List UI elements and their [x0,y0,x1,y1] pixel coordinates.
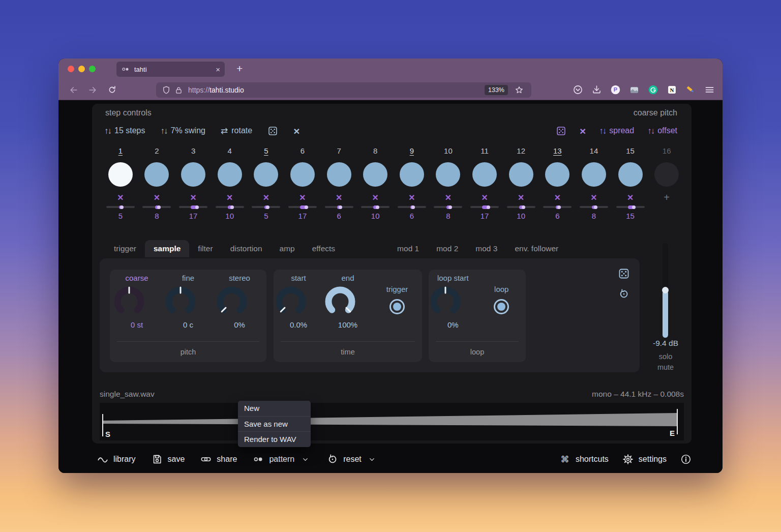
step-pitch-slider[interactable] [325,206,353,208]
step-pitch-handle[interactable] [522,205,525,209]
tab-env-follower[interactable]: env. follower [506,240,567,257]
forward-icon[interactable] [86,84,99,96]
step-pitch-handle[interactable] [411,205,415,209]
step-pad[interactable] [144,162,169,187]
clear-step-icon[interactable]: × [612,192,649,203]
info-button[interactable] [680,453,692,465]
loop-start-knob[interactable] [429,285,477,318]
step-pad[interactable] [472,162,497,187]
coarse-knob[interactable] [112,285,161,318]
step-pad[interactable] [545,162,569,187]
step-pitch-handle[interactable] [157,205,161,209]
tab-mod-2[interactable]: mod 2 [428,240,467,257]
ext-notion-button[interactable]: N [666,84,678,96]
stereo-knob[interactable] [215,285,264,318]
step-pad[interactable] [654,162,679,187]
close-window-button[interactable] [68,66,74,72]
step-pitch-handle[interactable] [448,205,452,209]
step-pad[interactable] [290,162,315,187]
clear-step-icon[interactable]: × [139,192,175,203]
step-pitch-handle[interactable] [266,205,269,209]
back-icon[interactable] [68,84,80,96]
pattern-button[interactable]: pattern [252,453,311,465]
spread-control[interactable]: ↑↓spread [599,126,634,135]
settings-button[interactable]: settings [622,453,667,465]
fine-knob[interactable] [164,285,213,318]
step-pad[interactable] [218,162,242,187]
end-knob[interactable] [323,285,372,318]
tab-close-icon[interactable]: × [216,65,220,74]
step-pitch-handle[interactable] [376,205,379,209]
loop-toggle[interactable] [493,298,510,315]
menu-item-render-to-wav[interactable]: Render to WAV [238,431,311,447]
tab-mod-1[interactable]: mod 1 [388,240,428,257]
step-pitch-slider[interactable] [106,206,135,208]
step-pad[interactable] [327,162,351,187]
offset-control[interactable]: ↑↓offset [647,126,677,135]
menu-item-new[interactable]: New [238,401,311,416]
ext-pocket-button[interactable] [572,84,584,96]
step-pitch-handle[interactable] [339,205,342,209]
step-pitch-slider[interactable] [216,206,244,208]
step-pitch-slider[interactable] [361,206,389,208]
ext-profile-p-button[interactable]: P [610,84,621,96]
step-pitch-handle[interactable] [632,205,636,209]
ext-menu-button[interactable] [704,84,715,96]
clear-step-icon[interactable]: × [248,192,285,203]
tab-mod-3[interactable]: mod 3 [467,240,506,257]
bookmark-star-icon[interactable] [513,84,525,96]
step-pitch-slider[interactable] [288,206,317,208]
step-pad[interactable] [400,162,424,187]
step-pad[interactable] [254,162,278,187]
minimize-window-button[interactable] [78,66,85,72]
step-pitch-slider[interactable] [616,206,645,208]
reset-history-icon[interactable] [617,287,630,301]
clear-step-icon[interactable]: × [539,192,576,203]
shield-icon[interactable] [160,84,172,96]
step-pitch-slider[interactable] [434,206,462,208]
browser-tab[interactable]: tahti × [116,61,225,77]
step-pitch-slider[interactable] [507,206,535,208]
dice-control[interactable] [267,126,278,136]
step-pitch-slider[interactable] [398,206,426,208]
step-pitch-slider[interactable] [142,206,171,208]
step-pad[interactable] [436,162,460,187]
reload-icon[interactable] [106,84,118,96]
trigger-toggle[interactable] [388,298,406,315]
save-button[interactable]: save [151,453,185,465]
tab-effects[interactable]: effects [304,240,344,257]
reset-button[interactable]: reset [326,453,378,465]
close-control[interactable]: × [293,126,299,136]
waveform-display[interactable]: S E [100,403,684,440]
clear-step-icon[interactable]: × [212,192,248,203]
tab-filter[interactable]: filter [189,240,221,257]
ext-grammarly-button[interactable] [647,84,659,96]
step-pad[interactable] [181,162,205,187]
step-pad[interactable] [582,162,606,187]
step-pad[interactable] [363,162,387,187]
randomize-dice-icon[interactable] [617,267,630,280]
15-steps-control[interactable]: ↑↓15 steps [104,126,145,135]
clear-step-icon[interactable]: × [430,192,467,203]
clear-step-icon[interactable]: × [466,192,503,203]
volume-slider[interactable] [663,243,668,338]
clear-step-icon[interactable]: × [102,192,139,203]
step-pitch-slider[interactable] [252,206,280,208]
library-button[interactable]: library [97,453,136,465]
solo-button[interactable]: solo [629,352,702,361]
tab-trigger[interactable]: trigger [105,240,145,257]
add-step-icon[interactable]: + [648,192,685,203]
lock-icon[interactable] [172,84,185,96]
clear-step-icon[interactable]: × [503,192,539,203]
zoom-level-badge[interactable]: 133% [485,85,508,95]
step-pitch-handle[interactable] [230,205,234,209]
step-pitch-handle[interactable] [557,205,561,209]
step-pitch-slider[interactable] [543,206,572,208]
dice-control[interactable] [556,126,566,136]
step-pitch-handle[interactable] [305,205,308,209]
rotate-control[interactable]: ⇄rotate [221,126,252,135]
step-pitch-handle[interactable] [195,205,199,209]
sample-end-marker[interactable]: E [670,429,675,437]
sample-start-marker[interactable]: S [105,430,110,438]
step-pad[interactable] [509,162,533,187]
